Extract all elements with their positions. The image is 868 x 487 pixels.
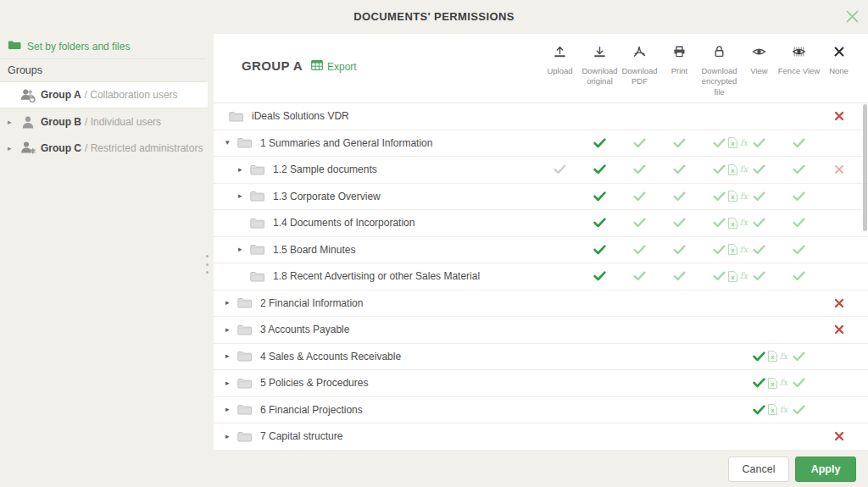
perm-cell-pdf[interactable] xyxy=(620,271,659,281)
perm-cell-pdf[interactable] xyxy=(620,138,659,148)
check-icon xyxy=(753,405,765,415)
column-header-dlo[interactable]: Download original xyxy=(580,34,620,103)
folder-name: 7 Capital structure xyxy=(260,430,342,442)
table-row[interactable]: iDeals Solutions VDR xyxy=(214,103,868,130)
perm-cell-view[interactable] xyxy=(739,191,779,202)
perm-cell-pdf[interactable] xyxy=(620,191,659,202)
perm-cell-fence[interactable] xyxy=(779,271,819,281)
perm-cell-view[interactable] xyxy=(739,164,779,174)
table-row[interactable]: 1.4 Documents of Incorporation xfx xyxy=(214,210,868,237)
sidebar-group-group-c[interactable]: ▸ Group C / Restricted administrators xyxy=(0,135,208,161)
perm-cell-prt[interactable] xyxy=(659,191,699,202)
perm-cell-prt[interactable] xyxy=(659,218,699,228)
export-button[interactable]: Export xyxy=(311,60,357,73)
panel-resize-handle[interactable] xyxy=(206,255,211,274)
perm-cell-view[interactable]: xfx xyxy=(739,350,779,362)
perm-cell-pdf[interactable] xyxy=(620,218,659,228)
check-icon xyxy=(713,138,726,148)
column-header-up[interactable]: Upload xyxy=(540,34,580,103)
sidebar-group-group-a[interactable]: Group A / Collaboration users xyxy=(0,82,208,108)
set-by-folders-link[interactable]: Set by folders and files xyxy=(0,34,206,59)
perm-cell-dlo[interactable] xyxy=(580,191,620,202)
perm-cell-enc[interactable]: xfx xyxy=(699,243,739,256)
perm-cell-fence[interactable] xyxy=(779,351,819,362)
perm-cell-view[interactable] xyxy=(739,138,779,148)
perm-cell-view[interactable] xyxy=(739,245,779,255)
perm-cell-none[interactable] xyxy=(819,298,859,308)
svg-text:x: x xyxy=(731,141,734,147)
table-row[interactable]: ▾ 1 Summaries and General Information xf… xyxy=(214,130,868,158)
perm-cell-dlo[interactable] xyxy=(580,164,620,174)
chevron-right-icon[interactable]: ▸ xyxy=(238,192,250,200)
chevron-right-icon[interactable]: ▸ xyxy=(225,299,237,307)
perm-cell-none[interactable] xyxy=(819,111,859,121)
table-row[interactable]: ▸ 4 Sales & Accounts Receivable xfx xyxy=(214,344,868,371)
close-icon[interactable] xyxy=(845,9,860,27)
chevron-right-icon[interactable]: ▸ xyxy=(225,406,237,413)
perm-cell-pdf[interactable] xyxy=(620,245,659,255)
scrollbar-thumb[interactable] xyxy=(863,104,867,231)
chevron-down-icon[interactable]: ▾ xyxy=(225,139,237,147)
perm-cell-prt[interactable] xyxy=(659,138,699,148)
perm-cell-none[interactable] xyxy=(819,324,859,335)
chevron-right-icon[interactable]: ▸ xyxy=(225,433,237,440)
perm-cell-fence[interactable] xyxy=(779,164,819,174)
table-row[interactable]: ▸ 1.5 Board Minutes xfx xyxy=(214,237,868,264)
apply-button[interactable]: Apply xyxy=(795,457,856,482)
column-header-enc[interactable]: Download encrypted file xyxy=(699,34,739,103)
perm-cell-view[interactable]: xfx xyxy=(739,377,779,390)
perm-cell-view[interactable] xyxy=(739,271,779,281)
excel-file-icon: x xyxy=(727,217,738,230)
perm-cell-enc[interactable]: xfx xyxy=(699,190,739,202)
perm-cell-view[interactable] xyxy=(739,218,779,228)
cancel-button[interactable]: Cancel xyxy=(728,457,789,482)
chevron-right-icon[interactable]: ▸ xyxy=(238,246,250,253)
x-icon xyxy=(834,298,844,308)
perm-cell-none[interactable] xyxy=(819,431,859,441)
perm-cell-enc[interactable]: xfx xyxy=(699,270,739,283)
perm-cell-pdf[interactable] xyxy=(620,164,659,174)
table-row[interactable]: ▸ 2 Financial Information xyxy=(214,291,868,318)
perm-cell-dlo[interactable] xyxy=(580,218,620,228)
perm-cell-fence[interactable] xyxy=(779,218,819,228)
perm-cell-none[interactable] xyxy=(819,164,859,174)
perm-cell-dlo[interactable] xyxy=(580,271,620,281)
perm-cell-prt[interactable] xyxy=(659,271,699,281)
column-header-prt[interactable]: Print xyxy=(659,34,699,103)
column-header-none[interactable]: None xyxy=(819,34,859,103)
group-title: GROUP A xyxy=(242,58,303,73)
sidebar-group-group-b[interactable]: ▸ Group B / Individual users xyxy=(0,108,208,135)
perm-cell-prt[interactable] xyxy=(659,164,699,174)
perm-cell-up[interactable] xyxy=(540,164,580,174)
print-icon xyxy=(672,45,687,62)
column-header-pdf[interactable]: Download PDF xyxy=(620,34,659,103)
chevron-right-icon[interactable]: ▸ xyxy=(238,166,250,174)
table-row[interactable]: ▸ 7 Capital structure xyxy=(214,423,868,451)
table-row[interactable]: ▸ 6 Financial Projections xfx xyxy=(214,397,868,424)
sidebar: Set by folders and files Groups Group A … xyxy=(0,34,214,487)
table-row[interactable]: ▸ 1.2 Sample documents xfx xyxy=(214,157,868,184)
perm-cell-fence[interactable] xyxy=(779,191,819,202)
perm-cell-dlo[interactable] xyxy=(580,245,620,255)
perm-cell-fence[interactable] xyxy=(779,245,819,255)
perm-cell-fence[interactable] xyxy=(779,378,819,388)
chevron-right-icon[interactable]: ▸ xyxy=(8,144,19,152)
column-header-view[interactable]: View xyxy=(739,34,779,103)
chevron-right-icon[interactable]: ▸ xyxy=(8,118,19,126)
column-header-fence[interactable]: Fence View xyxy=(779,34,819,103)
table-row[interactable]: ▸ 1.3 Corporate Overview xfx xyxy=(214,184,868,211)
table-row[interactable]: ▸ 3 Accounts Payable xyxy=(214,317,868,344)
perm-cell-enc[interactable]: xfx xyxy=(699,163,739,176)
perm-cell-prt[interactable] xyxy=(659,245,699,255)
perm-cell-view[interactable]: xfx xyxy=(739,403,779,416)
perm-cell-dlo[interactable] xyxy=(580,138,620,148)
perm-cell-fence[interactable] xyxy=(779,138,819,148)
chevron-right-icon[interactable]: ▸ xyxy=(225,379,237,387)
perm-cell-fence[interactable] xyxy=(779,405,819,415)
chevron-right-icon[interactable]: ▸ xyxy=(225,352,237,360)
perm-cell-enc[interactable]: xfx xyxy=(699,136,739,149)
perm-cell-enc[interactable]: xfx xyxy=(699,217,739,230)
table-row[interactable]: 1.8 Recent Advertising or other Sales Ma… xyxy=(214,263,868,291)
table-row[interactable]: ▸ 5 Policies & Procedures xfx xyxy=(214,370,868,397)
chevron-right-icon[interactable]: ▸ xyxy=(225,326,237,334)
